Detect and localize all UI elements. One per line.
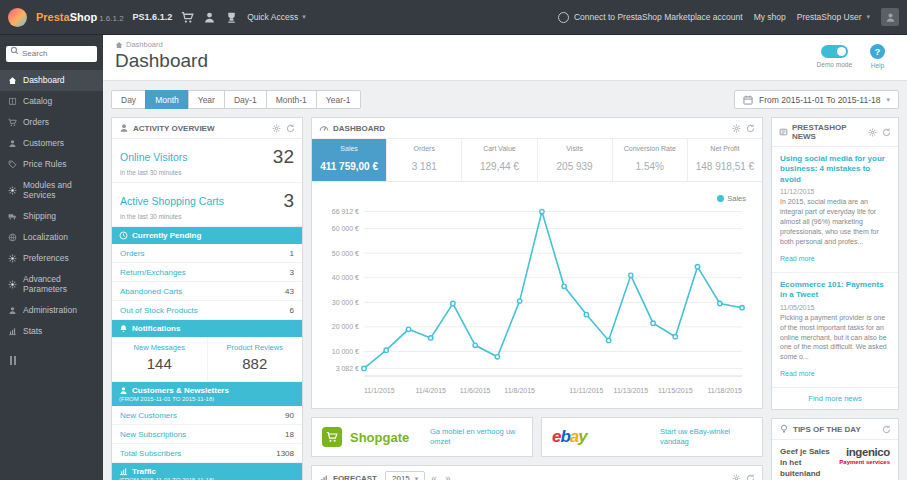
demo-mode-toggle[interactable] [821,45,848,58]
tips-body: Geef je Sales in het buitenland een Boos… [772,440,898,480]
cart-icon[interactable] [181,11,194,24]
shop-logo-icon[interactable] [8,8,27,27]
period-year-1-button[interactable]: Year-1 [316,90,361,109]
activity-panel-title: ACTIVITY OVERVIEW [133,124,215,133]
refresh-icon[interactable] [286,124,295,133]
kpi-conversion-rate[interactable]: Conversion Rate1.54% [613,139,688,181]
sidebar-item-label: Dashboard [23,75,65,85]
forecast-next-button[interactable]: » [443,473,453,480]
sidebar-item-orders[interactable]: Orders [0,112,103,133]
online-visitors-sub: in the last 30 minutes [120,169,294,176]
svg-text:20 000 €: 20 000 € [332,323,359,330]
ps-version-badge: PS1.6.1.2 [133,12,173,22]
customers-newsletters-header: Customers & Newsletters (FROM 2015-11-01… [112,382,302,406]
sidebar-item-price-rules[interactable]: Price Rules [0,154,103,175]
period-day-1-button[interactable]: Day-1 [224,90,267,109]
sidebar-item-label: Advanced Parameters [23,274,95,294]
tips-of-the-day-panel: TIPS OF THE DAY Geef je Sales in het bui… [771,418,899,480]
period-month-button[interactable]: Month [145,90,189,109]
shopgate-link[interactable]: Ga mobiel en verhoog uw omzet [430,427,522,447]
search-input[interactable] [6,46,97,62]
kpi-orders[interactable]: Orders3 181 [387,139,462,181]
my-shop-link[interactable]: My shop [754,12,786,22]
ebay-link[interactable]: Start uw eBay-winkel vandaag [660,427,752,447]
forecast-year-select[interactable]: 2015▾ [385,471,425,480]
active-carts-value: 3 [283,190,294,212]
period-day-button[interactable]: Day [111,90,146,109]
kpi-visits[interactable]: Visits205 939 [538,139,613,181]
gear-icon[interactable] [732,474,741,480]
news-article-title-link[interactable]: Ecommerce 101: Payments in a Tweet [780,280,890,301]
trophy-icon[interactable] [225,11,238,24]
pending-row-orders: Orders1 [112,244,302,263]
shipping-icon [8,212,17,221]
forecast-year-value: 2015 [392,474,410,480]
ebay-promo: ebay Start uw eBay-winkel vandaag [541,417,763,457]
active-carts-link[interactable]: Active Shopping Carts [120,195,224,207]
marketplace-link-label: Connect to PrestaShop Marketplace accoun… [574,12,743,22]
refresh-icon[interactable] [746,124,755,133]
refresh-icon[interactable] [882,128,891,137]
kpi-net-profit[interactable]: Net Profit148 918,51 € [688,139,762,181]
refresh-icon[interactable] [882,425,891,434]
new-customers-link[interactable]: New Customers [120,411,177,420]
sidebar-item-preferences[interactable]: Preferences [0,248,103,269]
orders-icon [8,118,17,127]
total-subscribers-link[interactable]: Total Subscribers [120,449,181,458]
kpi-value: 205 939 [557,161,593,172]
kpi-value: 3 181 [412,161,437,172]
news-article-title-link[interactable]: Using social media for your business: 4 … [780,154,890,185]
read-more-link[interactable]: Read more [780,255,815,262]
out-of-stock-value: 6 [290,306,294,315]
sidebar-item-administration[interactable]: Administration [0,300,103,321]
kpi-sales[interactable]: Sales411 759,00 € [312,139,387,181]
user-avatar[interactable] [881,8,899,26]
gear-icon[interactable] [868,128,877,137]
dashboard-icon [8,76,17,85]
sidebar-collapse-button[interactable] [10,356,16,365]
svg-text:11/11/2015: 11/11/2015 [569,387,603,394]
customers-newsletters-range: (FROM 2015-11-01 TO 2015-11-18) [119,396,214,402]
period-month-1-button[interactable]: Month-1 [266,90,317,109]
sidebar-item-localization[interactable]: Localization [0,227,103,248]
new-subscriptions-link[interactable]: New Subscriptions [120,430,186,439]
marketplace-link[interactable]: Connect to PrestaShop Marketplace accoun… [558,12,743,23]
kpi-value: 1.54% [636,161,664,172]
shopgate-logo: Shopgate [350,430,409,445]
pending-orders-link[interactable]: Orders [120,249,144,258]
gear-icon[interactable] [732,124,741,133]
forecast-prev-button[interactable]: « [429,473,439,480]
out-of-stock-link[interactable]: Out of Stock Products [120,306,198,315]
sidebar-item-shipping[interactable]: Shipping [0,206,103,227]
breadcrumb[interactable]: Dashboard [115,40,208,49]
sidebar-item-customers[interactable]: Customers [0,133,103,154]
period-year-button[interactable]: Year [188,90,225,109]
sidebar-item-label: Preferences [23,253,69,263]
read-more-link[interactable]: Read more [780,370,815,377]
sidebar-item-label: Shipping [23,211,56,221]
pending-returns-link[interactable]: Return/Exchanges [120,268,186,277]
svg-text:40 000 €: 40 000 € [332,274,359,281]
online-visitors-link[interactable]: Online Visitors [120,151,188,163]
kpi-label: Orders [389,145,459,152]
find-more-news-link[interactable]: Find more news [772,388,898,409]
sidebar-item-modules[interactable]: Modules and Services [0,175,103,206]
help-button[interactable]: ? [870,44,885,59]
customer-icon[interactable] [203,11,216,24]
sidebar-item-advanced-parameters[interactable]: Advanced Parameters [0,269,103,300]
product-reviews-cell[interactable]: Product Reviews882 [208,337,303,381]
activity-overview-panel: ACTIVITY OVERVIEW Online Visitors32 in t… [111,117,303,480]
kpi-cart-value[interactable]: Cart Value129,44 € [462,139,537,181]
date-filter-bar: Day Month Year Day-1 Month-1 Year-1 From… [103,81,907,109]
date-range-picker[interactable]: From 2015-11-01 To 2015-11-18 ▾ [734,90,899,109]
sidebar-item-catalog[interactable]: Catalog [0,91,103,112]
sidebar-item-dashboard[interactable]: Dashboard [0,70,103,91]
sidebar-item-stats[interactable]: Stats [0,321,103,342]
gear-icon[interactable] [272,124,281,133]
new-messages-cell[interactable]: New Messages144 [112,337,208,381]
abandoned-carts-link[interactable]: Abandoned Carts [120,287,182,296]
brand-logo[interactable]: PrestaShop1.6.1.2 [36,11,124,23]
user-menu[interactable]: PrestaShop User▾ [797,12,870,22]
quick-access-menu[interactable]: Quick Access▾ [247,12,306,22]
refresh-icon[interactable] [746,474,755,480]
